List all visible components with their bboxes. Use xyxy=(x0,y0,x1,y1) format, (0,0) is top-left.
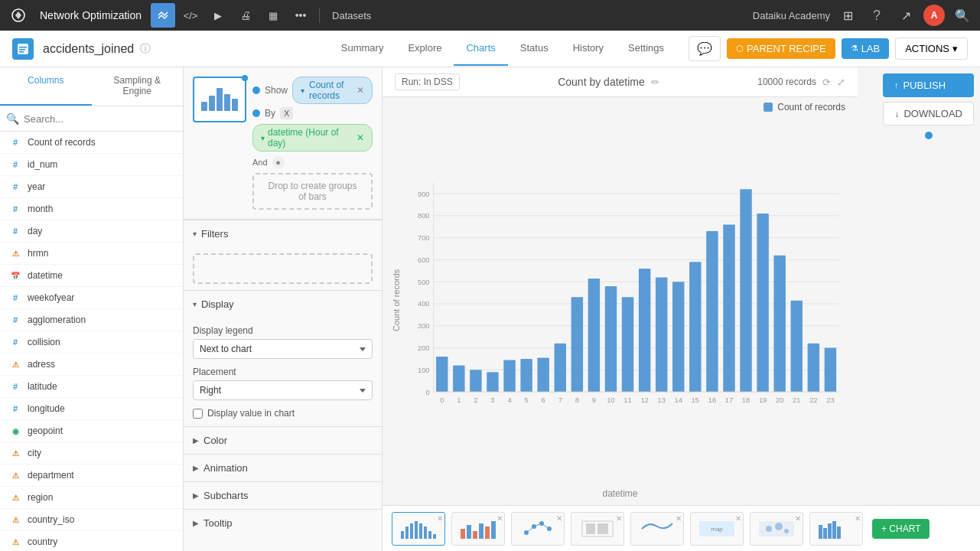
list-item[interactable]: ⚠ department xyxy=(0,465,183,487)
y-remove-btn[interactable]: ✕ xyxy=(357,85,364,96)
dot-indicator-right xyxy=(925,132,933,139)
display-label: Display xyxy=(201,298,234,310)
svg-text:4: 4 xyxy=(507,396,511,404)
subcharts-header[interactable]: ▶ Subcharts xyxy=(184,482,382,509)
thumb-delete-2[interactable]: ✕ xyxy=(497,514,503,523)
tab-columns[interactable]: Columns xyxy=(0,67,92,106)
y-axis-label: Count of records xyxy=(389,119,401,482)
expand-icon[interactable]: ⤢ xyxy=(837,77,845,88)
help-icon[interactable]: ? xyxy=(865,4,888,27)
list-item[interactable]: ⚠ country xyxy=(0,531,183,551)
add-chart-button[interactable]: + CHART xyxy=(872,519,930,539)
tab-summary[interactable]: Summary xyxy=(329,31,396,66)
legend-select[interactable]: Next to chart Below chart None xyxy=(193,339,373,359)
chart-thumb-item-1[interactable]: ✕ xyxy=(392,512,445,546)
parent-recipe-button[interactable]: ⬡ PARENT RECIPE xyxy=(727,38,835,59)
thumb-delete-4[interactable]: ✕ xyxy=(616,514,622,523)
list-item[interactable]: ◉ geopoint xyxy=(0,420,183,442)
svg-text:8: 8 xyxy=(575,396,579,404)
chart-thumb-item-8[interactable]: ✕ xyxy=(809,512,863,546)
display-value-checkbox[interactable] xyxy=(193,409,203,419)
svg-rect-85 xyxy=(473,531,477,539)
filter-drop-zone[interactable] xyxy=(193,253,373,284)
search-icon[interactable]: 🔍 xyxy=(951,4,974,27)
x-remove-btn[interactable]: ✕ xyxy=(357,132,364,143)
columns-list: # Count of records # id_num # year # mon… xyxy=(0,132,183,551)
svg-text:14: 14 xyxy=(675,396,682,404)
tooltip-header[interactable]: ▶ Tooltip xyxy=(184,510,382,536)
list-item[interactable]: # year xyxy=(0,176,183,198)
info-icon[interactable]: ⓘ xyxy=(140,42,151,56)
thumb-delete-8[interactable]: ✕ xyxy=(855,514,861,523)
tab-charts[interactable]: Charts xyxy=(454,31,507,66)
list-item[interactable]: ⚠ hrmn xyxy=(0,243,183,265)
publish-button[interactable]: ↑ PUBLISH xyxy=(883,73,974,97)
tab-sampling[interactable]: Sampling & Engine xyxy=(92,67,184,106)
chart-thumbnail[interactable] xyxy=(193,77,246,122)
list-item[interactable]: # month xyxy=(0,198,183,220)
thumb-delete-5[interactable]: ✕ xyxy=(676,514,682,523)
apps-icon[interactable]: ⊞ xyxy=(836,4,859,27)
list-item[interactable]: ⚠ adress xyxy=(0,354,183,376)
thumb-delete-3[interactable]: ✕ xyxy=(556,514,562,523)
lab-button[interactable]: ⚗ LAB xyxy=(842,38,890,59)
list-item[interactable]: # day xyxy=(0,220,183,243)
legend-color-swatch xyxy=(763,103,773,112)
download-button[interactable]: ↓ DOWNLOAD xyxy=(883,102,974,126)
more-icon[interactable]: ••• xyxy=(288,3,313,28)
display-content: Display legend Next to chart Below chart… xyxy=(184,318,382,426)
chart-thumb-item-6[interactable]: map ✕ xyxy=(690,512,744,546)
filters-header[interactable]: ▾ Filters xyxy=(184,220,382,247)
chart-thumb-item-3[interactable]: ✕ xyxy=(511,512,565,546)
list-item[interactable]: # collision xyxy=(0,331,183,354)
display-header[interactable]: ▾ Display xyxy=(184,291,382,318)
thumb-delete-1[interactable]: ✕ xyxy=(437,514,443,523)
chart-thumb-item-5[interactable]: ✕ xyxy=(630,512,684,546)
refresh-icon[interactable]: ⟳ xyxy=(822,77,831,88)
list-item[interactable]: ⚠ country_iso xyxy=(0,509,183,531)
code-icon[interactable]: </> xyxy=(178,3,203,28)
drop-zone-groups[interactable]: Drop to create groups of bars xyxy=(252,173,373,210)
chart-thumb-item-7[interactable]: ✕ xyxy=(750,512,803,546)
list-item[interactable]: # agglomeration xyxy=(0,309,183,331)
actions-button[interactable]: ACTIONS ▾ xyxy=(895,37,968,60)
flow-icon[interactable] xyxy=(151,3,175,28)
chart-thumb-item-2[interactable]: ✕ xyxy=(451,512,505,546)
thumb-delete-6[interactable]: ✕ xyxy=(735,514,741,523)
print-icon[interactable]: 🖨 xyxy=(233,3,258,28)
legend-row: Display legend Next to chart Below chart… xyxy=(193,325,373,359)
list-item[interactable]: ⚠ city xyxy=(0,442,183,465)
avatar[interactable]: A xyxy=(923,5,945,26)
placement-select[interactable]: Right Left Top Bottom xyxy=(193,380,373,400)
chart-thumb-item-4[interactable]: ✕ xyxy=(571,512,624,546)
list-item[interactable]: # id_num xyxy=(0,154,183,176)
x-value-pill[interactable]: ▾ datetime (Hour of day) ✕ xyxy=(252,124,373,152)
center-panel: Show ▾ Count of records ✕ By X ▾ datetim… xyxy=(184,67,383,551)
svg-rect-2 xyxy=(19,47,27,48)
color-header[interactable]: ▶ Color xyxy=(184,427,382,454)
column-name: agglomeration xyxy=(28,315,86,325)
list-item[interactable]: # longitude xyxy=(0,398,183,420)
thumb-delete-7[interactable]: ✕ xyxy=(795,514,801,523)
tab-status[interactable]: Status xyxy=(508,31,561,66)
animation-header[interactable]: ▶ Animation xyxy=(184,455,382,481)
list-item[interactable]: ⚠ region xyxy=(0,487,183,509)
chat-button[interactable]: 💬 xyxy=(689,36,721,61)
list-item[interactable]: # Count of records xyxy=(0,132,183,154)
edit-icon[interactable]: ✏ xyxy=(651,77,659,88)
list-item[interactable]: # latitude xyxy=(0,376,183,398)
y-value-pill[interactable]: ▾ Count of records ✕ xyxy=(292,77,373,104)
tab-explore[interactable]: Explore xyxy=(396,31,454,66)
list-item[interactable]: 📅 datetime xyxy=(0,265,183,287)
svg-text:600: 600 xyxy=(418,256,430,264)
run-icon[interactable]: ▶ xyxy=(206,3,230,28)
search-input[interactable] xyxy=(24,113,177,125)
svg-text:3: 3 xyxy=(490,396,494,404)
tab-history[interactable]: History xyxy=(561,31,616,66)
datasets-button[interactable]: Datasets xyxy=(326,7,377,24)
tab-settings[interactable]: Settings xyxy=(616,31,676,66)
list-item[interactable]: # weekofyear xyxy=(0,287,183,309)
svg-rect-78 xyxy=(415,521,418,539)
analytics-icon[interactable]: ↗ xyxy=(894,4,917,27)
grid-icon[interactable]: ▦ xyxy=(261,3,285,28)
